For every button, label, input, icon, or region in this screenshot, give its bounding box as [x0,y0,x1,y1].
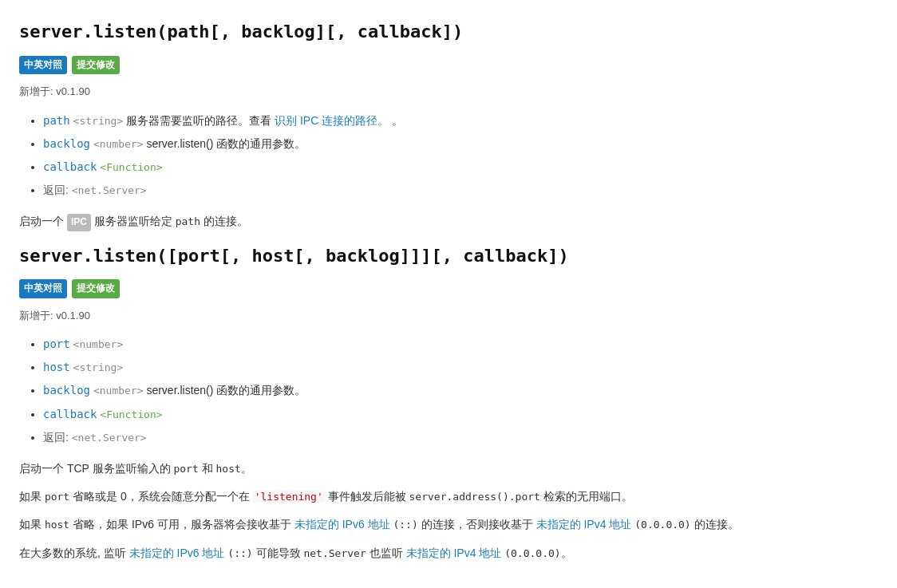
page-content: server.listen(path[, backlog][, callback… [19,16,878,563]
section-2: server.listen([port[, host[, backlog]]][… [19,240,878,563]
param-path-suffix: 。 [392,114,403,127]
section1-version: 新增于: v0.1.90 [19,82,878,101]
param-port-type: <number> [73,338,124,350]
ipv6-link-2[interactable]: 未指定的 IPv6 地址 [129,547,225,559]
param-path: path <string> 服务器需要监听的路径。查看 识别 IPC 连接的路径… [43,111,878,131]
param-backlog-1-desc: server.listen() 函数的通用参数。 [146,137,306,150]
ipv6-code: (::) [393,519,417,531]
ipv4-code-2: (0.0.0.0) [504,547,560,559]
ipv6-code-2: (::) [227,547,252,559]
ipc-tag: IPC [67,214,91,231]
return-type-2: <net.Server> [72,432,147,444]
param-port: port <number> [43,334,878,354]
param-callback-1-name: callback [43,160,97,173]
param-path-desc: 服务器需要监听的路径。查看 [126,114,275,127]
param-callback-2: callback <Function> [43,404,878,424]
param-backlog-1: backlog <number> server.listen() 函数的通用参数… [43,134,878,154]
host-code-1: host [216,463,241,475]
param-backlog-2-type: <number> [93,385,144,397]
section2-title: server.listen([port[, host[, backlog]]][… [19,240,878,272]
port-code-1: port [173,463,198,475]
section1-badges: 中英对照 提交修改 [19,56,878,75]
section2-badges: 中英对照 提交修改 [19,279,878,298]
ipv4-link[interactable]: 未指定的 IPv4 地址 [536,518,632,531]
section2-version: 新增于: v0.1.90 [19,306,878,325]
param-path-link[interactable]: 识别 IPC 连接的路径。 [275,114,389,127]
badge-bilingual-2[interactable]: 中英对照 [19,279,67,298]
section2-desc4: 在大多数的系统, 监听 未指定的 IPv6 地址 (::) 可能导致 net.S… [19,543,878,563]
badge-submit-2[interactable]: 提交修改 [72,279,120,298]
host-code-2: host [45,519,69,531]
param-backlog-2-desc: server.listen() 函数的通用参数。 [146,384,306,397]
param-callback-1-type: <Function> [100,161,162,173]
return-label-1: 返回: [43,184,72,196]
section2-desc3: 如果 host 省略，如果 IPv6 可用，服务器将会接收基于 未指定的 IPv… [19,515,878,535]
netserver-code: net.Server [303,547,366,559]
param-return-2: 返回: <net.Server> [43,428,878,448]
param-path-name: path [43,114,70,127]
param-path-type: <string> [73,115,124,127]
param-return-1: 返回: <net.Server> [43,180,878,200]
listening-code: 'listening' [253,491,325,503]
param-backlog-2: backlog <number> server.listen() 函数的通用参数… [43,381,878,401]
ipv6-link[interactable]: 未指定的 IPv6 地址 [294,518,390,531]
section-1: server.listen(path[, backlog][, callback… [19,16,878,232]
ipv4-code: (0.0.0.0) [634,519,690,531]
param-callback-1: callback <Function> [43,157,878,177]
return-type-1: <net.Server> [72,184,147,196]
param-callback-2-type: <Function> [100,408,162,420]
badge-submit-1[interactable]: 提交修改 [72,56,120,75]
badge-bilingual-1[interactable]: 中英对照 [19,56,67,75]
section2-desc1: 启动一个 TCP 服务监听输入的 port 和 host。 [19,459,878,479]
section2-params: port <number> host <string> backlog <num… [43,334,878,448]
ipv4-link-2[interactable]: 未指定的 IPv4 地址 [406,547,502,559]
path-code: path [176,215,200,227]
return-label-2: 返回: [43,431,72,444]
section2-desc2: 如果 port 省略或是 0，系统会随意分配一个在 'listening' 事件… [19,487,878,507]
param-host-name: host [43,361,70,373]
port-code-2: port [45,491,69,503]
param-host-type: <string> [73,361,124,373]
section1-title: server.listen(path[, backlog][, callback… [19,16,878,48]
param-backlog-1-name: backlog [43,137,90,150]
section1-params: path <string> 服务器需要监听的路径。查看 识别 IPC 连接的路径… [43,111,878,201]
param-callback-2-name: callback [43,408,97,420]
param-backlog-1-type: <number> [93,138,144,150]
param-backlog-2-name: backlog [43,384,90,397]
section1-desc: 启动一个 IPC 服务器监听给定 path 的连接。 [19,211,878,231]
param-port-name: port [43,337,70,350]
param-host: host <string> [43,357,878,377]
address-code: server.address().port [409,491,540,503]
